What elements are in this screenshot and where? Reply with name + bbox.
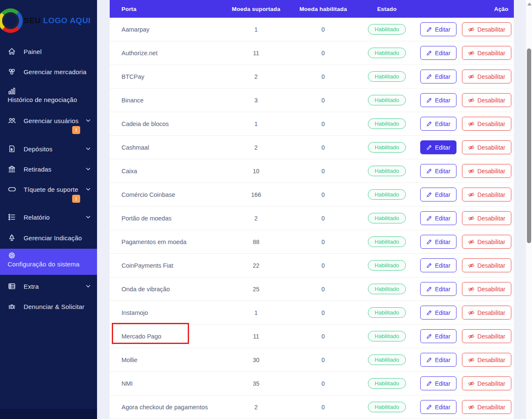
sidebar-item-merchandise[interactable]: Gerenciar mercadoria xyxy=(0,62,97,82)
status-badge: Habilitado xyxy=(368,48,406,58)
edit-button-label: Editar xyxy=(435,191,451,198)
edit-button[interactable]: Editar xyxy=(420,22,456,36)
supported-currency-count: 1 xyxy=(219,121,293,127)
edit-button[interactable]: Editar xyxy=(420,329,456,343)
gateway-name: Onda de vibração xyxy=(110,286,219,293)
pencil-icon xyxy=(426,310,432,316)
disable-button[interactable]: Desabilitar xyxy=(462,235,511,249)
sidebar-item-home[interactable]: Painel xyxy=(0,41,97,62)
scrollbar-up-arrow-icon[interactable] xyxy=(527,3,532,5)
chevron-down-icon xyxy=(85,146,91,152)
disable-button[interactable]: Desabilitar xyxy=(462,188,511,201)
pencil-icon xyxy=(426,286,432,292)
sidebar-item-ticket[interactable]: Tíquete de suporte ! xyxy=(0,179,97,199)
eye-off-icon xyxy=(468,239,475,245)
edit-button-label: Editar xyxy=(435,380,451,387)
gateway-name: Cashmaal xyxy=(110,144,219,151)
gateway-name: Caixa xyxy=(110,168,219,175)
status-badge: Habilitado xyxy=(368,24,406,35)
disable-button[interactable]: Desabilitar xyxy=(462,140,511,154)
disable-button[interactable]: Desabilitar xyxy=(462,258,511,272)
disable-button-label: Desabilitar xyxy=(478,404,505,411)
sidebar-item-bug[interactable]: Denunciar & Solicitar xyxy=(0,296,97,317)
sidebar-item-report[interactable]: Relatório xyxy=(0,207,97,227)
edit-button[interactable]: Editar xyxy=(420,306,456,320)
disable-button[interactable]: Desabilitar xyxy=(462,164,511,178)
supported-currency-count: 11 xyxy=(219,50,293,56)
edit-button[interactable]: Editar xyxy=(420,117,456,131)
disable-button[interactable]: Desabilitar xyxy=(462,117,511,131)
sidebar-item-icon xyxy=(8,302,17,311)
disable-button-label: Desabilitar xyxy=(478,357,505,363)
eye-off-icon xyxy=(468,97,475,103)
sidebar-item-bar-chart[interactable]: Histórico de negociação xyxy=(0,84,97,110)
enabled-currency-count: 0 xyxy=(293,121,354,127)
disable-button[interactable]: Desabilitar xyxy=(462,282,511,296)
disable-button[interactable]: Desabilitar xyxy=(462,70,511,83)
table-body: Aamarpay 1 0 Habilitado Editar Desabilit… xyxy=(110,18,514,419)
disable-button[interactable]: Desabilitar xyxy=(462,306,511,320)
edit-button[interactable]: Editar xyxy=(420,70,456,83)
disable-button[interactable]: Desabilitar xyxy=(462,376,511,390)
eye-off-icon xyxy=(468,27,475,32)
pencil-icon xyxy=(426,357,432,363)
vertical-scrollbar[interactable] xyxy=(526,0,532,419)
sidebar-item-bank[interactable]: Retiradas xyxy=(0,159,97,179)
notification-badge: ! xyxy=(72,126,80,134)
gateway-name: Mercado Pago xyxy=(110,333,219,340)
eye-off-icon xyxy=(468,121,475,127)
edit-button-label: Editar xyxy=(435,357,451,363)
enabled-currency-count: 0 xyxy=(293,333,354,340)
eye-off-icon xyxy=(468,145,475,150)
sidebar-item-label: Relatório xyxy=(24,214,85,221)
edit-button[interactable]: Editar xyxy=(420,140,456,154)
disable-button[interactable]: Desabilitar xyxy=(462,329,511,343)
disable-button-label: Desabilitar xyxy=(478,262,505,269)
sidebar-item-label: Painel xyxy=(24,48,91,55)
chevron-down-icon xyxy=(85,166,91,172)
disable-button[interactable]: Desabilitar xyxy=(462,211,511,225)
sidebar-item-users[interactable]: Gerenciar usuários ! xyxy=(0,110,97,131)
pencil-icon xyxy=(426,263,432,269)
disable-button[interactable]: Desabilitar xyxy=(462,353,511,367)
sidebar-item-gear[interactable]: Configuração do sistema xyxy=(0,249,97,275)
gateway-name: Mollie xyxy=(110,357,219,363)
disable-button-label: Desabilitar xyxy=(478,239,505,245)
sidebar-item-icon xyxy=(8,234,17,242)
table-row: Pagamentos em moeda 88 0 Habilitado Edit… xyxy=(110,230,514,254)
edit-button[interactable]: Editar xyxy=(420,188,456,201)
table-row: Instamojo 1 0 Habilitado Editar Desabili… xyxy=(110,301,514,325)
disable-button[interactable]: Desabilitar xyxy=(462,22,511,36)
edit-button[interactable]: Editar xyxy=(420,93,456,107)
edit-button[interactable]: Editar xyxy=(420,211,456,225)
edit-button[interactable]: Editar xyxy=(420,258,456,272)
disable-button[interactable]: Desabilitar xyxy=(462,400,511,414)
disable-button[interactable]: Desabilitar xyxy=(462,93,511,107)
gateway-name: Portão de moedas xyxy=(110,215,219,222)
pencil-icon xyxy=(426,381,432,387)
pencil-icon xyxy=(426,50,432,56)
sidebar-footer xyxy=(0,409,97,419)
pencil-icon xyxy=(426,27,432,32)
scrollbar-thumb[interactable] xyxy=(527,48,531,243)
edit-button[interactable]: Editar xyxy=(420,353,456,367)
table-row: Binance 3 0 Habilitado Editar Desabilita… xyxy=(110,89,514,112)
edit-button[interactable]: Editar xyxy=(420,235,456,249)
edit-button[interactable]: Editar xyxy=(420,400,456,414)
edit-button[interactable]: Editar xyxy=(420,46,456,60)
sidebar-item-referral-tree[interactable]: Gerenciar Indicação xyxy=(0,228,97,248)
edit-button[interactable]: Editar xyxy=(420,376,456,390)
supported-currency-count: 88 xyxy=(219,239,293,245)
status-badge: Habilitado xyxy=(368,307,406,318)
table-row: Cadeia de blocos 1 0 Habilitado Editar D… xyxy=(110,112,514,136)
sidebar-item-rows-table[interactable]: Extra xyxy=(0,276,97,296)
logo[interactable]: SEU LOGO AQUI xyxy=(0,0,97,36)
edit-button-label: Editar xyxy=(435,262,451,269)
sidebar-item-icon xyxy=(8,67,17,76)
sidebar-item-label: Gerenciar usuários xyxy=(24,117,85,124)
edit-button[interactable]: Editar xyxy=(420,164,456,178)
edit-button[interactable]: Editar xyxy=(420,282,456,296)
disable-button[interactable]: Desabilitar xyxy=(462,46,511,60)
sidebar-item-deposit[interactable]: $ Depósitos xyxy=(0,139,97,159)
supported-currency-count: 1 xyxy=(219,26,293,33)
